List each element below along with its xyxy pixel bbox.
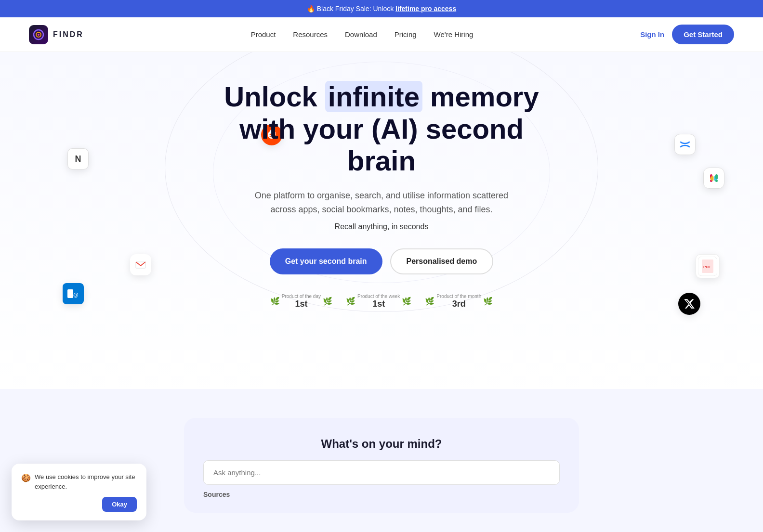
- confluence-icon: [674, 134, 696, 155]
- hero-title-line2: with your (AI) second brain: [239, 113, 524, 177]
- navbar: FINDR Product Resources Download Pricing…: [0, 17, 763, 52]
- svg-rect-6: [67, 289, 73, 298]
- laurel-right-week: 🌿: [402, 297, 411, 306]
- mind-input[interactable]: [203, 460, 560, 485]
- laurel-left-week: 🌿: [346, 297, 355, 306]
- logo[interactable]: FINDR: [29, 25, 84, 44]
- nav-item-product[interactable]: Product: [251, 30, 276, 39]
- nav-actions: Sign In Get Started: [640, 25, 734, 44]
- announcement-text: 🔥 Black Friday Sale: Unlock: [307, 5, 395, 13]
- hero-content: Unlock infinite memory with your (AI) se…: [218, 81, 545, 309]
- cookie-actions: Okay: [21, 497, 137, 512]
- cookie-emoji: 🍪: [21, 472, 31, 484]
- nav-links: Product Resources Download Pricing We're…: [251, 30, 474, 39]
- svg-text:@: @: [73, 292, 79, 298]
- nav-item-resources[interactable]: Resources: [293, 30, 328, 39]
- logo-wordmark: FINDR: [53, 30, 84, 39]
- cookie-message: We use cookies to improve your site expe…: [35, 472, 137, 491]
- hero-buttons: Get your second brain Personalised demo: [218, 248, 545, 274]
- award-item-month: 🌿 Product of the month 3rd 🌿: [425, 294, 493, 309]
- award-badge-week: 🌿 Product of the week 1st 🌿: [346, 294, 411, 309]
- awards: 🌿 Product of the day 1st 🌿 🌿 Product of …: [218, 294, 545, 309]
- get-second-brain-button[interactable]: Get your second brain: [270, 248, 382, 274]
- nav-item-hiring[interactable]: We're Hiring: [434, 30, 474, 39]
- announcement-bar: 🔥 Black Friday Sale: Unlock lifetime pro…: [0, 0, 763, 17]
- laurel-left-month: 🌿: [425, 297, 434, 306]
- award-item-day: 🌿 Product of the day 1st 🌿: [270, 294, 332, 309]
- signin-button[interactable]: Sign In: [640, 30, 664, 39]
- twitter-x-icon: [678, 293, 700, 315]
- laurel-right-day: 🌿: [323, 297, 332, 306]
- svg-text:PDF: PDF: [703, 265, 711, 269]
- award-rank-month: 3rd: [436, 299, 481, 309]
- award-item-week: 🌿 Product of the week 1st 🌿: [346, 294, 411, 309]
- award-label-month: Product of the month: [436, 294, 481, 299]
- logo-icon: [29, 25, 48, 44]
- cookie-okay-button[interactable]: Okay: [102, 497, 137, 512]
- hero-title-highlight: infinite: [325, 81, 422, 112]
- mind-sources-label: Sources: [203, 491, 560, 498]
- award-label-day: Product of the day: [282, 294, 321, 299]
- award-label-week: Product of the week: [357, 294, 400, 299]
- laurel-left-day: 🌿: [270, 297, 280, 306]
- get-started-button[interactable]: Get Started: [672, 25, 734, 44]
- svg-rect-19: [715, 180, 718, 182]
- laurel-right-month: 🌿: [483, 297, 493, 306]
- nav-item-pricing[interactable]: Pricing: [395, 30, 417, 39]
- award-badge-month: 🌿 Product of the month 3rd 🌿: [425, 294, 493, 309]
- hero-subtitle: One platform to organise, search, and ut…: [247, 189, 516, 217]
- announcement-link[interactable]: lifetime pro access: [395, 5, 456, 13]
- mind-title: What's on your mind?: [203, 437, 560, 451]
- hero-title-part1: Unlock: [224, 81, 325, 112]
- notion-icon: N: [67, 148, 89, 169]
- award-badge-day: 🌿 Product of the day 1st 🌿: [270, 294, 332, 309]
- hero-section: N @ PDF Unlock infinite memory with your: [0, 52, 763, 389]
- mind-section: What's on your mind? Sources: [184, 418, 579, 513]
- cookie-text: 🍪 We use cookies to improve your site ex…: [21, 472, 137, 491]
- award-rank-week: 1st: [357, 299, 400, 309]
- gmail-icon: [130, 254, 151, 275]
- award-rank-day: 1st: [282, 299, 321, 309]
- nav-item-download[interactable]: Download: [345, 30, 377, 39]
- svg-point-2: [38, 34, 39, 36]
- hero-title-part2: memory: [422, 81, 539, 112]
- hero-title: Unlock infinite memory with your (AI) se…: [218, 81, 545, 177]
- hero-recall: Recall anything, in seconds: [218, 222, 545, 231]
- slack-icon: [703, 168, 724, 189]
- outlook-icon: @: [63, 283, 84, 304]
- svg-rect-21: [710, 177, 712, 180]
- cookie-banner: 🍪 We use cookies to improve your site ex…: [12, 464, 146, 520]
- pdf-icon: PDF: [696, 254, 720, 278]
- personalised-demo-button[interactable]: Personalised demo: [390, 248, 494, 274]
- svg-rect-18: [715, 174, 718, 179]
